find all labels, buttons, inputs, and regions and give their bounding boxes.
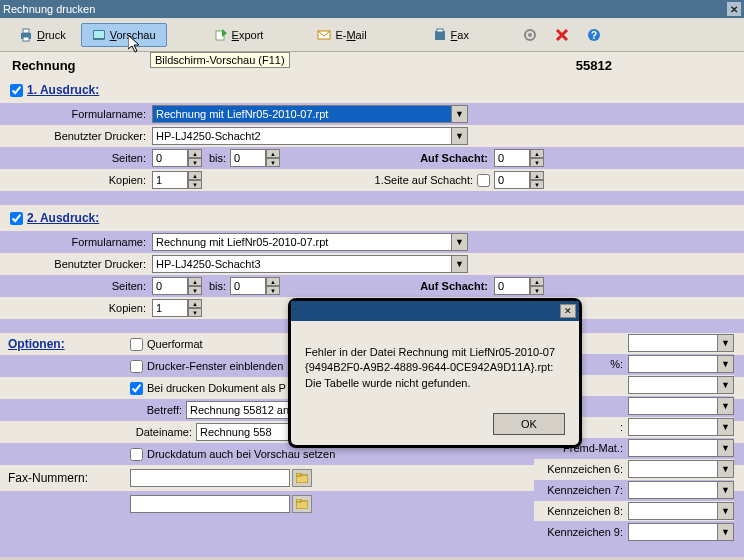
druckerfenster-checkbox[interactable] — [130, 360, 143, 373]
error-close-button[interactable]: ✕ — [560, 304, 576, 318]
kv-input-6[interactable] — [628, 439, 718, 457]
aufschacht2-up[interactable]: ▲ — [530, 277, 544, 286]
kz6-input[interactable] — [628, 460, 718, 478]
kopien2-up[interactable]: ▲ — [188, 299, 202, 308]
cancel-button[interactable] — [548, 23, 576, 47]
formularname2-dropdown[interactable]: ▼ — [452, 233, 468, 251]
kv-input-1[interactable] — [628, 334, 718, 352]
error-ok-button[interactable]: OK — [493, 413, 565, 435]
kopien2-down[interactable]: ▼ — [188, 308, 202, 317]
seite1-checkbox[interactable] — [477, 174, 490, 187]
kv-drop-6[interactable]: ▼ — [718, 439, 734, 457]
kz8-drop[interactable]: ▼ — [718, 502, 734, 520]
error-message: Fehler in der Datei Rechnung mit LiefNr0… — [291, 321, 579, 409]
aufschacht1-down[interactable]: ▼ — [530, 158, 544, 167]
ausdruck2-heading[interactable]: 2. Ausdruck: — [27, 211, 99, 225]
fax2-input[interactable] — [130, 495, 290, 513]
seiten2-down[interactable]: ▼ — [188, 286, 202, 295]
seite1-up[interactable]: ▲ — [530, 171, 544, 180]
beidrucken-checkbox[interactable] — [130, 382, 143, 395]
seiten2-up[interactable]: ▲ — [188, 277, 202, 286]
kz9-drop[interactable]: ▼ — [718, 523, 734, 541]
drucker1-label: Benutzter Drucker: — [0, 130, 152, 142]
window-close-button[interactable]: ✕ — [727, 2, 741, 16]
svg-rect-14 — [296, 473, 301, 476]
betreff-input[interactable] — [186, 401, 296, 419]
kopien1-up[interactable]: ▲ — [188, 171, 202, 180]
email-button[interactable]: E-Mail — [306, 23, 377, 47]
kv-input-5[interactable] — [628, 418, 718, 436]
bis1-label: bis: — [202, 152, 230, 164]
kopien2-input[interactable] — [152, 299, 188, 317]
folder-icon — [296, 473, 308, 483]
kv-input-4[interactable] — [628, 397, 718, 415]
querformat-label: Querformat — [147, 338, 203, 350]
drucker1-input[interactable] — [152, 127, 452, 145]
bis2-input[interactable] — [230, 277, 266, 295]
querformat-checkbox[interactable] — [130, 338, 143, 351]
kv-drop-5[interactable]: ▼ — [718, 418, 734, 436]
kv-drop-4[interactable]: ▼ — [718, 397, 734, 415]
bis2-up[interactable]: ▲ — [266, 277, 280, 286]
ausdruck1-checkbox[interactable] — [10, 84, 23, 97]
fax2-browse-button[interactable] — [292, 495, 312, 513]
seite1-label: 1.Seite auf Schacht: — [202, 174, 477, 186]
kz8-input[interactable] — [628, 502, 718, 520]
document-number: 55812 — [576, 58, 612, 73]
kz7-label: Kennzeichen 7: — [534, 484, 628, 496]
error-dialog: ✕ Fehler in der Datei Rechnung mit LiefN… — [288, 298, 582, 448]
seiten1-input[interactable] — [152, 149, 188, 167]
kz6-drop[interactable]: ▼ — [718, 460, 734, 478]
help-button[interactable]: ? — [580, 23, 608, 47]
vorschau-button[interactable]: Vorschau — [81, 23, 167, 47]
seiten1-up[interactable]: ▲ — [188, 149, 202, 158]
seiten1-down[interactable]: ▼ — [188, 158, 202, 167]
aufschacht1-input[interactable] — [494, 149, 530, 167]
fax-browse-button[interactable] — [292, 469, 312, 487]
kopien1-down[interactable]: ▼ — [188, 180, 202, 189]
bis1-up[interactable]: ▲ — [266, 149, 280, 158]
formularname1-input[interactable] — [152, 105, 452, 123]
fax-label: Fax-Nummern: — [0, 471, 130, 485]
seite1-down[interactable]: ▼ — [530, 180, 544, 189]
kz7-drop[interactable]: ▼ — [718, 481, 734, 499]
fax-input[interactable] — [130, 469, 290, 487]
ausdruck1-heading[interactable]: 1. Ausdruck: — [27, 83, 99, 97]
dateiname-input[interactable] — [196, 423, 291, 441]
druck-button[interactable]: DDruckruck — [8, 23, 77, 47]
aufschacht2-label: Auf Schacht: — [280, 280, 494, 292]
kv-input-2[interactable] — [628, 355, 718, 373]
kz7-input[interactable] — [628, 481, 718, 499]
aufschacht1-up[interactable]: ▲ — [530, 149, 544, 158]
bis2-down[interactable]: ▼ — [266, 286, 280, 295]
seiten2-input[interactable] — [152, 277, 188, 295]
kz8-label: Kennzeichen 8: — [534, 505, 628, 517]
bis1-down[interactable]: ▼ — [266, 158, 280, 167]
drucker1-dropdown[interactable]: ▼ — [452, 127, 468, 145]
kz9-input[interactable] — [628, 523, 718, 541]
seite1-input[interactable] — [494, 171, 530, 189]
kv-drop-1[interactable]: ▼ — [718, 334, 734, 352]
drucker2-input[interactable] — [152, 255, 452, 273]
drucker2-dropdown[interactable]: ▼ — [452, 255, 468, 273]
svg-rect-2 — [23, 37, 29, 41]
fax-button[interactable]: Fax — [422, 23, 480, 47]
settings-button[interactable] — [516, 23, 544, 47]
svg-text:?: ? — [591, 30, 597, 41]
aufschacht2-input[interactable] — [494, 277, 530, 295]
aufschacht2-down[interactable]: ▼ — [530, 286, 544, 295]
bis1-input[interactable] — [230, 149, 266, 167]
export-button[interactable]: Export — [203, 23, 275, 47]
kv-drop-3[interactable]: ▼ — [718, 376, 734, 394]
kopien1-input[interactable] — [152, 171, 188, 189]
druckdatum-checkbox[interactable] — [130, 448, 143, 461]
kv-drop-2[interactable]: ▼ — [718, 355, 734, 373]
druckerfenster-label: Drucker-Fenster einblenden — [147, 360, 283, 372]
druckdatum-label: Druckdatum auch bei Vorschau setzen — [147, 448, 335, 460]
drucker2-label: Benutzter Drucker: — [0, 258, 152, 270]
optionen-heading[interactable]: Optionen: — [8, 337, 65, 351]
kv-input-3[interactable] — [628, 376, 718, 394]
formularname1-dropdown[interactable]: ▼ — [452, 105, 468, 123]
ausdruck2-checkbox[interactable] — [10, 212, 23, 225]
formularname2-input[interactable] — [152, 233, 452, 251]
